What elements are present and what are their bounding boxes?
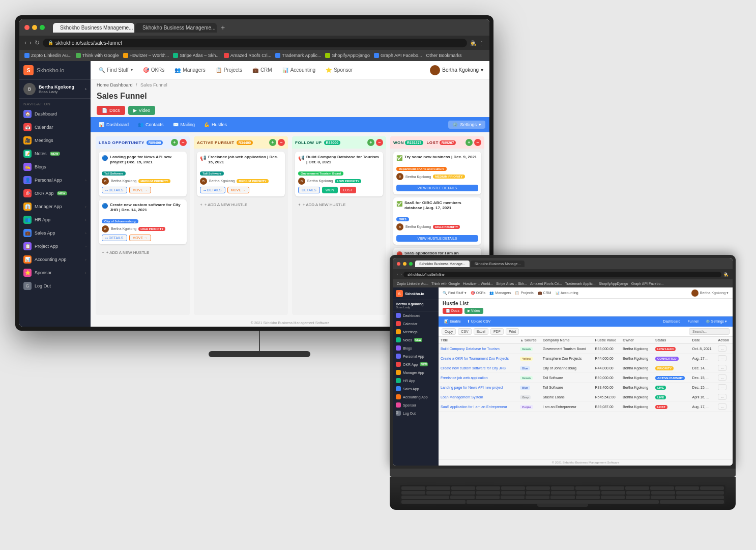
- card-lead-2-move-btn[interactable]: MOVE →: [129, 235, 152, 241]
- sidebar-item-manager[interactable]: 👔 Manager App ›: [19, 200, 91, 213]
- refresh-button[interactable]: ↻: [35, 39, 40, 46]
- key[interactable]: [576, 496, 600, 499]
- key[interactable]: [675, 486, 699, 490]
- top-nav-accounting[interactable]: 📊 Accounting: [280, 61, 317, 79]
- key[interactable]: [401, 486, 425, 490]
- hustle-link[interactable]: Build Company Database for Tourism: [441, 347, 500, 351]
- laptop-bm-amazed[interactable]: Amazed Roofs Cri...: [530, 282, 562, 285]
- key[interactable]: [501, 496, 525, 499]
- sidebar-item-sponsor[interactable]: ⭐ Sponsor ›: [19, 266, 91, 279]
- top-nav-projects[interactable]: 📋 Projects: [214, 61, 244, 79]
- key[interactable]: [526, 486, 550, 490]
- key[interactable]: [451, 491, 475, 495]
- laptop-nav-dashboard[interactable]: Dashboard: [393, 311, 439, 320]
- toolbar-pdf-btn[interactable]: PDF: [490, 328, 504, 335]
- toolbar-csv-btn[interactable]: CSV: [458, 328, 471, 335]
- top-nav-managers[interactable]: 👥 Managers: [172, 61, 207, 79]
- key[interactable]: [501, 491, 525, 495]
- sidebar-item-okr[interactable]: 🎯 OKR App NEW: [19, 187, 91, 200]
- minimize-traffic-light[interactable]: [32, 25, 37, 30]
- bookmark-graph[interactable]: Graph API Facebo...: [374, 53, 422, 58]
- laptop-nav-sales[interactable]: Sales App: [393, 385, 439, 393]
- laptop-bm-shopify[interactable]: ShopifyAppDjango: [599, 282, 628, 285]
- view-hustle-won-2-btn[interactable]: VIEW HUSTLE DETAILS: [396, 235, 478, 242]
- sidebar-item-personal[interactable]: 👤 Personal App ›: [19, 173, 91, 187]
- top-nav-okrs[interactable]: 🎯 OKRs: [141, 61, 167, 79]
- laptop-bm-google[interactable]: Think with Google: [431, 282, 460, 285]
- laptop-top-projects[interactable]: 📋 Projects: [515, 291, 533, 295]
- view-hustle-won-1-btn[interactable]: VIEW HUSTLE DETAILS: [396, 185, 478, 191]
- laptop-sub-dashboard[interactable]: Dashboard: [660, 320, 683, 324]
- bookmark-stripe[interactable]: Stripe Atlas – Skh...: [173, 53, 220, 58]
- card-active-1-details-btn[interactable]: •• DETAILS: [200, 187, 225, 193]
- laptop-nav-logout[interactable]: G Log Out: [393, 409, 439, 417]
- laptop-nav-sponsor[interactable]: Sponsor: [393, 401, 439, 409]
- key[interactable]: [650, 486, 674, 490]
- laptop-nav-calendar[interactable]: Calendar: [393, 320, 439, 328]
- laptop-tab-2[interactable]: Skhokho Business Manage...: [471, 260, 525, 267]
- sidebar-item-blogs[interactable]: ✍️ Blogs: [19, 160, 91, 173]
- laptop-nav-manager[interactable]: Manager App: [393, 368, 439, 377]
- card-followup-1-details-btn[interactable]: DETAILS: [298, 187, 320, 193]
- key[interactable]: [526, 496, 549, 499]
- key[interactable]: [501, 486, 525, 490]
- laptop-sub-funnel[interactable]: Funnel: [685, 320, 701, 324]
- browser-menu-icon[interactable]: ⋮: [479, 40, 484, 46]
- action-btn[interactable]: ...: [718, 384, 726, 390]
- laptop-minimize-tl[interactable]: [403, 262, 406, 266]
- col-remove-followup-btn[interactable]: −: [376, 139, 383, 146]
- laptop-bm-stripe[interactable]: Stripe Atlas – Skh...: [496, 282, 527, 285]
- address-box[interactable]: 🔒 skhokho.io/sales/sales-funnel: [43, 39, 467, 47]
- laptop-forward-btn[interactable]: ›: [400, 272, 402, 277]
- key[interactable]: [551, 491, 575, 495]
- action-btn[interactable]: ...: [718, 365, 726, 371]
- laptop-bm-graph[interactable]: Graph API Facebo...: [631, 282, 663, 285]
- key[interactable]: [626, 491, 650, 495]
- col-add-followup-btn[interactable]: +: [367, 139, 374, 146]
- top-nav-find[interactable]: 🔍 Find Stuff ▾: [97, 61, 135, 79]
- sub-nav-mailing[interactable]: ✉️ Mailing: [169, 117, 199, 132]
- key[interactable]: [551, 486, 575, 490]
- laptop-nav-notes[interactable]: Notes NEW: [393, 336, 439, 344]
- user-expand-icon[interactable]: ›: [85, 86, 86, 92]
- laptop-nav-personal[interactable]: Personal App: [393, 352, 439, 360]
- bookmark-shopify[interactable]: ShopifyAppDjango: [325, 53, 370, 58]
- laptop-video-btn[interactable]: ▶ Video: [464, 308, 483, 314]
- laptop-bm-zopto[interactable]: Zopto Linkedin Au...: [397, 282, 428, 285]
- action-btn[interactable]: ...: [718, 345, 726, 352]
- action-btn[interactable]: ...: [718, 374, 726, 381]
- key[interactable]: [550, 496, 574, 499]
- key[interactable]: [401, 491, 425, 495]
- action-btn[interactable]: ...: [718, 394, 726, 400]
- toolbar-print-btn[interactable]: Print: [506, 328, 519, 335]
- hustle-link[interactable]: Landing page for News API new project: [441, 386, 503, 389]
- sub-nav-hustles[interactable]: 💪 Hustles: [200, 117, 231, 132]
- key[interactable]: [575, 486, 599, 490]
- bookmark-trademark[interactable]: Trademark Applic...: [275, 53, 321, 58]
- laptop-bm-howitzer[interactable]: Howitzer – World...: [463, 282, 493, 285]
- key-wide[interactable]: [676, 491, 724, 495]
- laptop-top-crm[interactable]: 💼 CRM: [538, 291, 551, 295]
- laptop-nav-hr[interactable]: HR App: [393, 377, 439, 385]
- card-lead-1-move-btn[interactable]: MOVE →: [129, 187, 152, 193]
- bookmark-amazed[interactable]: Amazed Roofs Cri...: [224, 53, 272, 58]
- sidebar-item-project[interactable]: 📋 Project App ›: [19, 240, 91, 253]
- hustle-link[interactable]: Create new custom software for City JHB: [441, 366, 506, 370]
- spacebar-key[interactable]: [467, 500, 659, 504]
- key-wide[interactable]: [660, 500, 724, 504]
- sidebar-item-hr[interactable]: 👥 HR App ›: [19, 213, 91, 226]
- laptop-nav-accounting[interactable]: Accounting App: [393, 393, 439, 401]
- key[interactable]: [625, 486, 649, 490]
- sidebar-item-sales[interactable]: 💼 Sales App ›: [19, 226, 91, 240]
- laptop-close-tl[interactable]: [397, 262, 400, 266]
- laptop-top-find[interactable]: 🔍 Find Stuff ▾: [443, 291, 467, 295]
- new-tab-button[interactable]: +: [218, 22, 228, 33]
- key[interactable]: [526, 491, 550, 495]
- laptop-sub-settings[interactable]: ⚙️ Settings ▾: [703, 320, 730, 324]
- laptop-back-btn[interactable]: ‹: [397, 272, 398, 277]
- col-remove-lead-btn[interactable]: −: [180, 139, 187, 146]
- laptop-tab-1[interactable]: Skhokho Business Manage...: [415, 260, 470, 267]
- sidebar-item-notes[interactable]: 📝 Notes NEW: [19, 147, 91, 160]
- forward-button[interactable]: ›: [30, 39, 32, 46]
- key[interactable]: [476, 491, 500, 495]
